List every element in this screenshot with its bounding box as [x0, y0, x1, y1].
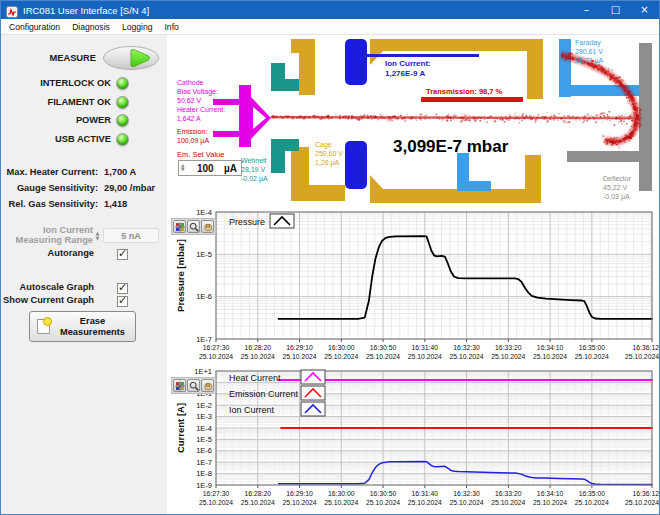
svg-text:16:29:10: 16:29:10: [286, 490, 313, 497]
svg-text:50,62 V: 50,62 V: [177, 97, 201, 104]
led-label-usb: USB ACTIVE: [1, 134, 111, 144]
menu-logging[interactable]: Logging: [117, 22, 158, 32]
measuring-range-field: 5 nA: [103, 228, 159, 243]
minimize-button[interactable]: –: [572, 1, 601, 19]
svg-text:25.10.2024: 25.10.2024: [491, 353, 525, 360]
show-current-graph-checkbox[interactable]: [117, 296, 128, 307]
svg-text:1E-3: 1E-3: [196, 412, 212, 421]
svg-text:1E-5: 1E-5: [196, 435, 212, 444]
svg-text:16:34:10: 16:34:10: [537, 490, 564, 497]
svg-text:16:36:12: 16:36:12: [633, 344, 660, 351]
max-heater-current-label: Max. Heater Current:: [1, 167, 98, 177]
svg-text:Emission:: Emission:: [177, 128, 207, 135]
graph-pan-tool[interactable]: [201, 379, 214, 392]
svg-text:28,19 V: 28,19 V: [241, 166, 265, 173]
graph-pan-tool[interactable]: [201, 220, 214, 233]
gauge-sensitivity-value: 29,00 /mbar: [104, 183, 155, 193]
current-graph-toolbar: [171, 377, 216, 394]
close-button[interactable]: ×: [630, 1, 659, 19]
increment-decrement-icon[interactable]: ▲▼: [179, 164, 186, 172]
measuring-range-label: Ion Current Measuring Range: [1, 225, 93, 245]
svg-text:16:29:10: 16:29:10: [286, 344, 313, 351]
usb-led-icon: [116, 133, 129, 146]
svg-text:25.10.2024: 25.10.2024: [283, 499, 317, 506]
svg-text:1E-7: 1E-7: [196, 458, 212, 467]
svg-text:16:36:12: 16:36:12: [633, 490, 660, 497]
menu-diagnosis[interactable]: Diagnosis: [67, 22, 115, 32]
titlebar[interactable]: IRC081 User Interface [S/N 4] – □ ×: [1, 1, 659, 19]
svg-text:25.10.2024: 25.10.2024: [450, 499, 484, 506]
menu-info[interactable]: Info: [159, 22, 183, 32]
interlock-led-icon: [116, 77, 129, 90]
current-chart[interactable]: 1E+11E-11E-21E-31E-41E-51E-61E-71E-81E-9…: [169, 367, 660, 513]
feedthrough-bottom: [345, 141, 367, 189]
erase-measurements-button[interactable]: Erase Measurements: [29, 311, 136, 342]
menubar: Configuration Diagnosis Logging Info: [1, 19, 659, 35]
svg-text:25.10.2024: 25.10.2024: [625, 499, 659, 506]
pressure-chart[interactable]: 1E-41E-51E-61E-716:27:3025.10.202416:28:…: [169, 207, 660, 367]
svg-text:Cathode: Cathode: [177, 79, 204, 86]
svg-text:1E-7: 1E-7: [196, 335, 212, 344]
rel-gas-sensitivity-value: 1,418: [104, 199, 127, 209]
svg-text:16:35:00: 16:35:00: [579, 490, 606, 497]
svg-text:25.10.2024: 25.10.2024: [450, 353, 484, 360]
svg-text:Heat Current: Heat Current: [229, 373, 281, 383]
svg-text:25.10.2024: 25.10.2024: [199, 499, 233, 506]
svg-text:25.10.2024: 25.10.2024: [491, 499, 525, 506]
svg-text:1E-4: 1E-4: [196, 208, 212, 217]
transmission-bar: [421, 97, 523, 102]
menu-configuration[interactable]: Configuration: [4, 22, 65, 32]
svg-text:16:28:20: 16:28:20: [245, 490, 272, 497]
svg-text:Pressure [mbar]: Pressure [mbar]: [175, 239, 186, 312]
max-heater-current-value: 1,700 A: [104, 167, 136, 177]
svg-text:100,09 µA: 100,09 µA: [177, 137, 209, 145]
graph-cursor-tool[interactable]: [173, 220, 186, 233]
svg-text:280,61 V: 280,61 V: [575, 48, 603, 55]
autoscale-checkbox[interactable]: [117, 283, 128, 294]
svg-text:1E-9: 1E-9: [196, 481, 212, 490]
svg-text:1,26 µA: 1,26 µA: [315, 159, 340, 167]
svg-text:1E+1: 1E+1: [194, 367, 212, 376]
svg-text:16:33:20: 16:33:20: [495, 344, 522, 351]
emission-setpoint-input[interactable]: ▲▼ 100 µA: [178, 160, 242, 176]
svg-text:16:32:30: 16:32:30: [453, 344, 480, 351]
svg-text:16:35:00: 16:35:00: [579, 344, 606, 351]
svg-text:16:30:50: 16:30:50: [370, 490, 397, 497]
graph-cursor-tool[interactable]: [173, 379, 186, 392]
wehnelt-electrode: [271, 63, 299, 91]
graph-zoom-tool[interactable]: [187, 220, 200, 233]
svg-text:1E-4: 1E-4: [196, 424, 212, 433]
svg-text:25.10.2024: 25.10.2024: [283, 353, 317, 360]
svg-text:Cage: Cage: [315, 141, 332, 149]
maximize-button[interactable]: □: [601, 1, 630, 19]
svg-text:1E-6: 1E-6: [196, 446, 212, 455]
svg-text:Ion Current: Ion Current: [229, 405, 275, 415]
autoscale-label: Autoscale Graph: [1, 282, 94, 292]
svg-text:16:33:20: 16:33:20: [495, 490, 522, 497]
pressure-graph-toolbar: [171, 218, 216, 235]
rel-gas-sensitivity-label: Rel. Gas Sensitivity:: [1, 199, 98, 209]
svg-text:25.10.2024: 25.10.2024: [366, 353, 400, 360]
svg-text:16:27:30: 16:27:30: [203, 490, 230, 497]
svg-text:16:30:50: 16:30:50: [370, 344, 397, 351]
show-current-graph-label: Show Current Graph: [1, 295, 94, 305]
led-label-interlock: INTERLOCK OK: [1, 78, 111, 88]
graph-zoom-tool[interactable]: [187, 379, 200, 392]
svg-text:25.10.2024: 25.10.2024: [241, 499, 275, 506]
svg-text:1E-6: 1E-6: [196, 292, 212, 301]
svg-text:Transmission: 98,7 %: Transmission: 98,7 %: [426, 87, 503, 96]
range-spinner-icon[interactable]: ▲▼: [93, 228, 102, 243]
svg-text:Current [A]: Current [A]: [175, 403, 186, 453]
svg-text:25.10.2024: 25.10.2024: [533, 353, 567, 360]
pressure-readout: 3,099E-7 mbar: [393, 137, 509, 156]
app-icon: [6, 4, 18, 16]
svg-text:Heater Current:: Heater Current:: [177, 106, 225, 113]
power-led-icon: [116, 114, 129, 127]
gauge-sensitivity-label: Gauge Sensitivity:: [1, 183, 98, 193]
autorange-checkbox[interactable]: [117, 249, 128, 260]
measure-toggle[interactable]: [102, 45, 160, 75]
svg-text:1,276E-9 A: 1,276E-9 A: [385, 69, 425, 78]
svg-text:25.10.2024: 25.10.2024: [533, 499, 567, 506]
svg-text:1E-8: 1E-8: [196, 469, 212, 478]
svg-text:25.10.2024: 25.10.2024: [575, 353, 609, 360]
